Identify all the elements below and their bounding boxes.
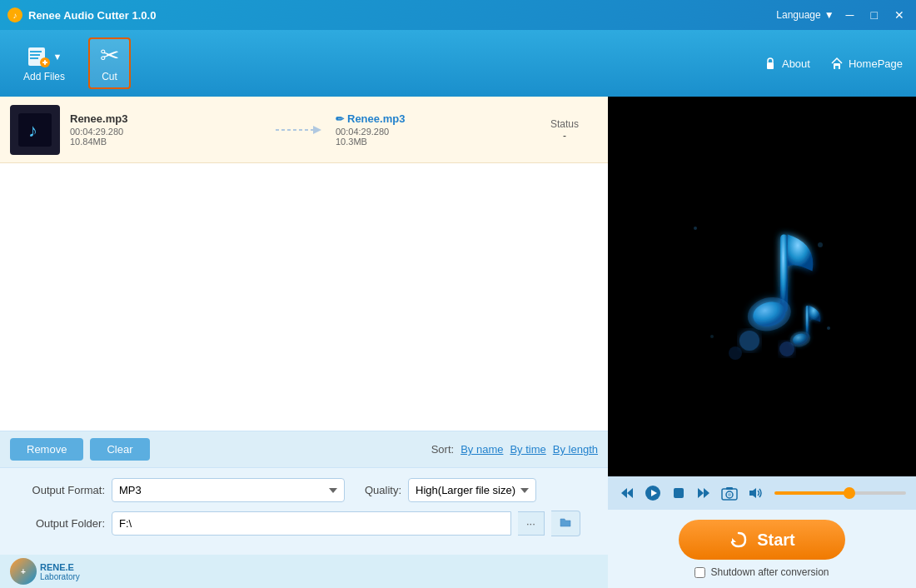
prev-icon bbox=[620, 486, 635, 501]
svg-text:♪: ♪ bbox=[13, 11, 17, 20]
close-button[interactable]: ✕ bbox=[889, 7, 909, 23]
sort-by-length-button[interactable]: By length bbox=[553, 443, 598, 456]
open-folder-button[interactable] bbox=[551, 511, 580, 536]
file-info: Renee.mp3 00:04:29.280 10.84MB bbox=[70, 112, 266, 147]
quality-label: Quality: bbox=[365, 484, 401, 496]
shutdown-label: Shutdown after conversion bbox=[710, 566, 829, 578]
left-panel: ♪ Renee.mp3 00:04:29.280 10.84MB ✏ bbox=[0, 97, 608, 588]
about-button[interactable]: About bbox=[764, 57, 810, 70]
volume-slider[interactable] bbox=[774, 491, 906, 495]
file-output-name: ✏ Renee.mp3 bbox=[336, 112, 531, 125]
file-list: ♪ Renee.mp3 00:04:29.280 10.84MB ✏ bbox=[0, 97, 608, 431]
file-thumbnail: ♪ bbox=[10, 105, 60, 155]
start-button[interactable]: Start bbox=[679, 520, 845, 560]
file-size: 10.84MB bbox=[70, 137, 266, 147]
add-files-button[interactable]: ▼ Add Files bbox=[13, 39, 75, 87]
next-button[interactable] bbox=[694, 484, 713, 502]
svg-rect-36 bbox=[726, 487, 733, 490]
quality-select[interactable]: High(Larger file size) Medium Low bbox=[408, 478, 536, 502]
format-select[interactable]: MP3 AAC WAV FLAC bbox=[112, 478, 345, 502]
folder-input[interactable] bbox=[112, 511, 511, 536]
language-button[interactable]: Language ▼ bbox=[769, 7, 840, 22]
svg-rect-5 bbox=[30, 57, 38, 59]
format-row: Output Format: MP3 AAC WAV FLAC Quality:… bbox=[13, 478, 595, 502]
shutdown-row: Shutdown after conversion bbox=[694, 566, 829, 578]
brand-text: RENE.E Laboratory bbox=[40, 562, 80, 581]
maximize-button[interactable]: □ bbox=[866, 7, 883, 23]
toolbar-right: About HomePage bbox=[764, 57, 903, 70]
folder-label: Output Folder: bbox=[13, 517, 105, 530]
brand-name: RENE.E bbox=[40, 562, 80, 572]
file-controls: Remove Clear Sort: By name By time By le… bbox=[0, 431, 608, 467]
toolbar: ▼ Add Files ✂ Cut About HomePage bbox=[0, 30, 916, 97]
svg-point-37 bbox=[728, 493, 731, 496]
player-controls bbox=[608, 476, 916, 510]
svg-rect-9 bbox=[767, 62, 774, 69]
svg-marker-33 bbox=[698, 488, 709, 498]
status-value: - bbox=[531, 130, 598, 142]
svg-point-19 bbox=[827, 326, 830, 330]
brand-logo: + bbox=[10, 558, 37, 585]
svg-marker-15 bbox=[313, 126, 321, 134]
table-row: ♪ Renee.mp3 00:04:29.280 10.84MB ✏ bbox=[0, 97, 608, 163]
start-label: Start bbox=[757, 531, 795, 550]
status-label: Status bbox=[531, 118, 598, 130]
add-files-icon bbox=[27, 44, 50, 67]
app-title: Renee Audio Cutter 1.0.0 bbox=[28, 9, 769, 22]
file-status: Status - bbox=[531, 118, 598, 142]
play-icon bbox=[645, 485, 661, 501]
file-output-size: 10.3MB bbox=[336, 137, 531, 147]
screenshot-button[interactable] bbox=[719, 484, 739, 502]
sort-label: Sort: bbox=[431, 443, 454, 456]
refresh-icon bbox=[729, 530, 749, 550]
file-name: Renee.mp3 bbox=[70, 112, 266, 125]
folder-row: Output Folder: ··· bbox=[13, 511, 595, 536]
clear-button[interactable]: Clear bbox=[90, 438, 149, 461]
output-settings: Output Format: MP3 AAC WAV FLAC Quality:… bbox=[0, 467, 608, 555]
file-output-duration: 00:04:29.280 bbox=[336, 127, 531, 137]
svg-marker-29 bbox=[621, 488, 633, 498]
svg-point-26 bbox=[739, 331, 759, 351]
edit-icon: ✏ bbox=[336, 113, 344, 125]
svg-rect-32 bbox=[674, 488, 684, 498]
cut-button[interactable]: ✂ Cut bbox=[88, 37, 131, 89]
right-panel: Start Shutdown after conversion bbox=[608, 97, 916, 588]
preview-area bbox=[608, 97, 916, 476]
main-area: ♪ Renee.mp3 00:04:29.280 10.84MB ✏ bbox=[0, 97, 916, 588]
cut-label: Cut bbox=[102, 71, 117, 82]
shutdown-checkbox[interactable] bbox=[694, 567, 705, 578]
svg-marker-39 bbox=[732, 538, 736, 542]
minimize-button[interactable]: ─ bbox=[841, 7, 859, 23]
sort-by-time-button[interactable]: By time bbox=[510, 443, 545, 456]
svg-rect-11 bbox=[835, 66, 839, 69]
file-output-info: ✏ Renee.mp3 00:04:29.280 10.3MB bbox=[336, 112, 531, 147]
svg-point-17 bbox=[818, 242, 823, 247]
sort-by-name-button[interactable]: By name bbox=[460, 443, 503, 456]
language-label: Language bbox=[776, 9, 820, 21]
brand-subtitle: Laboratory bbox=[40, 572, 80, 581]
browse-button[interactable]: ··· bbox=[518, 511, 545, 536]
volume-button[interactable] bbox=[746, 484, 764, 502]
format-label: Output Format: bbox=[13, 484, 105, 496]
svg-point-27 bbox=[779, 341, 794, 356]
next-icon bbox=[696, 486, 711, 501]
homepage-button[interactable]: HomePage bbox=[830, 57, 903, 70]
stop-button[interactable] bbox=[670, 484, 688, 502]
about-label: About bbox=[782, 57, 810, 70]
scissors-icon: ✂ bbox=[100, 44, 119, 67]
lock-icon bbox=[764, 57, 777, 70]
language-dropdown-icon: ▼ bbox=[824, 9, 834, 21]
folder-icon bbox=[560, 516, 571, 528]
prev-button[interactable] bbox=[618, 484, 636, 502]
file-duration: 00:04:29.280 bbox=[70, 127, 266, 137]
svg-rect-4 bbox=[30, 54, 40, 56]
music-note-icon: ♪ bbox=[18, 113, 52, 147]
remove-button[interactable]: Remove bbox=[10, 438, 83, 461]
homepage-label: HomePage bbox=[849, 57, 903, 70]
play-button[interactable] bbox=[643, 483, 663, 503]
start-area: Start Shutdown after conversion bbox=[608, 510, 916, 588]
window-controls: ─ □ ✕ bbox=[841, 7, 909, 23]
title-bar: ♪ Renee Audio Cutter 1.0.0 Language ▼ ─ … bbox=[0, 0, 916, 30]
svg-point-16 bbox=[694, 227, 697, 230]
arrow-icon bbox=[276, 122, 326, 138]
